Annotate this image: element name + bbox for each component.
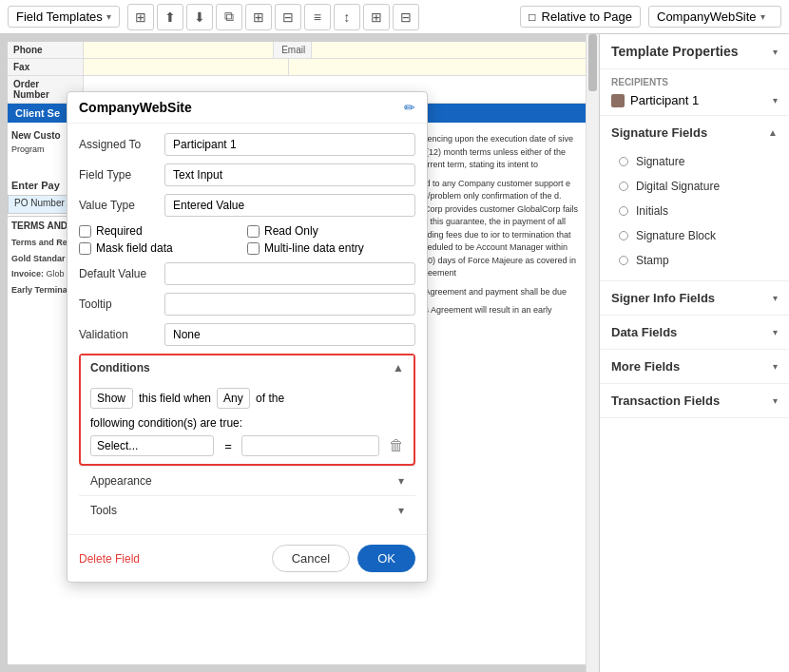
icon-btn-3[interactable]: ⬇ — [186, 4, 213, 30]
icon-btn-10[interactable]: ⊟ — [393, 4, 419, 30]
more-fields-header[interactable]: More Fields ▾ — [600, 350, 789, 383]
tooltip-label: Tooltip — [79, 298, 164, 311]
field-type-label: Field Type — [79, 168, 164, 182]
icon-btn-1[interactable]: ⊞ — [127, 4, 154, 30]
validation-row: Validation None — [79, 323, 415, 346]
conditions-section: Conditions ▲ Show this field when Any — [79, 354, 415, 466]
email-label: Email — [274, 42, 312, 58]
multiline-checkbox[interactable] — [247, 242, 260, 255]
sig-field-label-signature: Signature — [636, 155, 684, 168]
assigned-to-row: Assigned To Participant 1 — [79, 133, 415, 156]
sig-field-dot-initials — [619, 206, 628, 216]
panel-collapse-icon[interactable]: ▾ — [773, 47, 778, 57]
relative-to-page-label: Relative to Page — [542, 10, 632, 24]
required-checkbox-item: Required — [79, 224, 247, 238]
more-fields-section: More Fields ▾ — [600, 350, 789, 384]
delete-field-link[interactable]: Delete Field — [79, 552, 272, 566]
tools-label: Tools — [90, 504, 117, 517]
signature-fields-title: Signature Fields — [611, 125, 707, 140]
required-checkbox[interactable] — [79, 225, 91, 238]
assigned-to-select[interactable]: Participant 1 — [164, 133, 415, 156]
conditions-section-header[interactable]: Conditions ▲ — [81, 355, 414, 380]
po-number-label: PO Number — [8, 195, 74, 214]
more-fields-title: More Fields — [611, 359, 680, 374]
edit-icon[interactable]: ✏ — [404, 100, 415, 115]
condition-rule-row: Show this field when Any of the — [90, 388, 404, 409]
transaction-fields-header[interactable]: Transaction Fields ▾ — [600, 384, 789, 417]
popup-title: CompanyWebSite — [79, 100, 396, 115]
main-layout: Phone Email Fax Order Number Client Se — [0, 34, 789, 672]
default-value-row: Default Value — [79, 262, 415, 285]
icon-btn-4[interactable]: ⧉ — [216, 4, 242, 30]
fax-field — [84, 59, 289, 75]
condition-select-row: Select... = 🗑 — [90, 435, 404, 456]
default-value-label: Default Value — [79, 267, 164, 280]
appearance-label: Appearance — [90, 474, 152, 488]
icon-btn-8[interactable]: ↕ — [334, 4, 360, 30]
value-type-label: Value Type — [79, 199, 164, 212]
sig-field-initials[interactable]: Initials — [611, 199, 778, 223]
tooltip-row: Tooltip — [79, 293, 415, 316]
icon-btn-5[interactable]: ⊞ — [245, 4, 272, 30]
delete-condition-icon[interactable]: 🗑 — [389, 437, 404, 454]
popup-body: Assigned To Participant 1 Field Type Tex… — [67, 124, 427, 534]
mask-field-checkbox[interactable] — [79, 242, 91, 255]
appearance-section[interactable]: Appearance ▾ — [79, 466, 415, 495]
scrollbar[interactable] — [586, 34, 599, 672]
icon-btn-6[interactable]: ⊟ — [275, 4, 301, 30]
conditions-collapse-icon: ▲ — [393, 361, 404, 374]
sig-field-signature[interactable]: Signature — [611, 149, 778, 174]
read-only-checkbox[interactable] — [247, 225, 260, 238]
read-only-checkbox-item: Read Only — [247, 224, 415, 238]
participant-chevron[interactable]: ▾ — [773, 95, 778, 106]
scroll-thumb[interactable] — [588, 34, 597, 91]
company-dropdown[interactable]: CompanyWebSite ▾ — [648, 6, 781, 28]
panel-header: Template Properties ▾ — [600, 34, 789, 69]
toolbar: Field Templates ▾ ⊞ ⬆ ⬇ ⧉ ⊞ ⊟ ≡ ↕ ⊞ ⊟ □ … — [0, 0, 789, 34]
sig-field-label-digital: Digital Signature — [636, 180, 720, 193]
doc-row-fax: Fax — [8, 59, 591, 76]
sig-field-dot-signature-block — [619, 231, 628, 240]
field-templates-chevron: ▾ — [106, 11, 111, 22]
validation-select[interactable]: None — [164, 323, 415, 346]
icon-btn-2[interactable]: ⬆ — [157, 4, 183, 30]
sig-field-stamp[interactable]: Stamp — [611, 248, 778, 273]
field-type-select[interactable]: Text Input — [164, 163, 415, 186]
signer-info-header[interactable]: Signer Info Fields ▾ — [600, 281, 789, 315]
signer-info-title: Signer Info Fields — [611, 291, 715, 305]
transaction-fields-title: Transaction Fields — [611, 394, 720, 408]
email-field — [312, 42, 591, 58]
icon-btn-7[interactable]: ≡ — [304, 4, 331, 30]
field-templates-dropdown[interactable]: Field Templates ▾ — [8, 6, 120, 28]
any-select[interactable]: Any — [217, 388, 250, 409]
data-fields-section: Data Fields ▾ — [600, 316, 789, 350]
tooltip-input[interactable] — [164, 293, 415, 316]
value-type-select[interactable]: Entered Value — [164, 194, 415, 217]
icon-btn-9[interactable]: ⊞ — [363, 4, 390, 30]
checkbox-group: Required Read Only Mask field data Multi… — [79, 224, 415, 255]
data-fields-title: Data Fields — [611, 325, 677, 339]
ok-button[interactable]: OK — [357, 545, 415, 572]
signer-info-chevron: ▾ — [773, 293, 778, 303]
participant-row: Participant 1 ▾ — [611, 93, 778, 107]
mask-field-checkbox-item: Mask field data — [79, 241, 247, 255]
data-fields-header[interactable]: Data Fields ▾ — [600, 316, 789, 349]
conditions-title: Conditions — [90, 361, 150, 374]
signature-fields-header[interactable]: Signature Fields ▲ — [600, 116, 789, 149]
sig-field-signature-block[interactable]: Signature Block — [611, 223, 778, 248]
multiline-label: Multi-line data entry — [264, 241, 364, 255]
more-fields-chevron: ▾ — [773, 361, 778, 372]
condition-field-select[interactable]: Select... — [90, 435, 214, 456]
doc-row-phone: Phone Email — [8, 42, 591, 59]
participant-color-swatch — [611, 94, 625, 107]
show-select[interactable]: Show — [90, 388, 133, 409]
sig-field-digital[interactable]: Digital Signature — [611, 174, 778, 199]
company-label: CompanyWebSite — [657, 10, 757, 24]
cancel-button[interactable]: Cancel — [272, 545, 350, 572]
condition-value-select[interactable] — [241, 435, 379, 456]
relative-to-page-btn[interactable]: □ Relative to Page — [520, 6, 641, 28]
default-value-input[interactable] — [164, 262, 415, 285]
popup-footer: Delete Field Cancel OK — [67, 534, 427, 582]
tools-section[interactable]: Tools ▾ — [79, 495, 415, 525]
transaction-fields-chevron: ▾ — [773, 395, 778, 406]
